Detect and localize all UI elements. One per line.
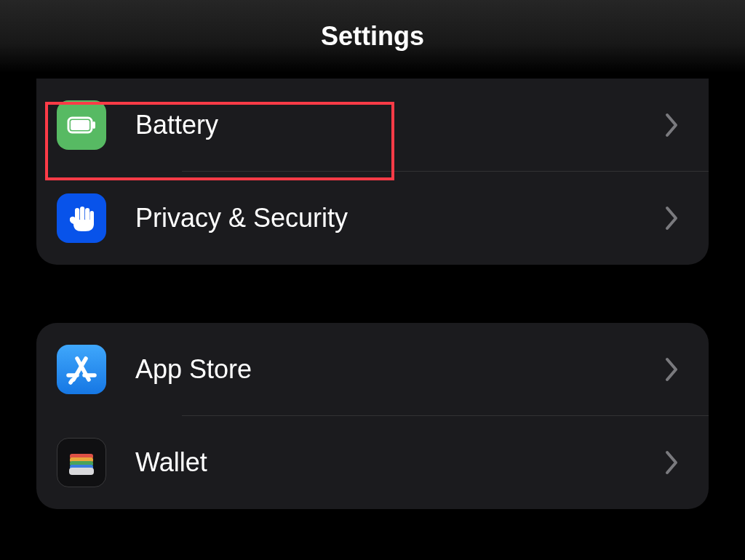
settings-group-1: Battery [36,79,709,265]
row-battery-label: Battery [135,110,665,140]
row-privacy-security[interactable]: Privacy & Security [36,172,709,265]
settings-content: Battery [0,79,745,509]
hand-icon [57,193,106,243]
svg-rect-4 [80,207,84,221]
chevron-right-icon [665,450,680,475]
row-wallet[interactable]: Wallet [36,416,709,509]
svg-rect-2 [92,121,95,129]
svg-rect-16 [69,468,94,475]
row-privacy-label: Privacy & Security [135,203,665,233]
row-wallet-label: Wallet [135,447,665,478]
svg-rect-6 [90,211,95,221]
wallet-icon [57,438,106,487]
navbar: Settings [0,0,745,73]
page-title: Settings [321,21,424,52]
row-battery[interactable]: Battery [36,79,709,172]
chevron-right-icon [665,206,680,231]
svg-line-11 [71,380,72,383]
row-appstore-label: App Store [135,354,665,385]
svg-rect-1 [71,120,89,130]
settings-group-2: App Store Wallet [36,323,709,509]
appstore-icon [57,345,106,394]
chevron-right-icon [665,113,680,137]
battery-icon [57,100,106,150]
row-app-store[interactable]: App Store [36,323,709,416]
svg-rect-5 [85,208,89,221]
chevron-right-icon [665,357,680,382]
